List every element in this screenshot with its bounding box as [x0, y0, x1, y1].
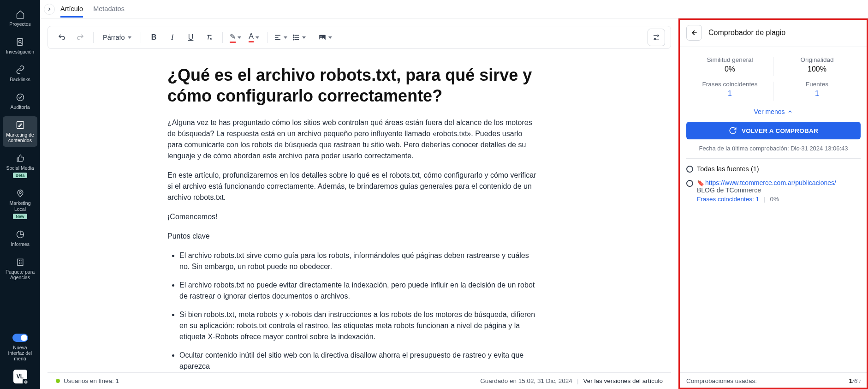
bookmark-icon: 🔖 — [697, 180, 704, 186]
chevron-down-icon — [256, 36, 259, 39]
svg-point-7 — [293, 35, 294, 36]
link-icon — [15, 65, 25, 75]
clear-format-button[interactable] — [201, 29, 218, 46]
undo-button[interactable] — [54, 29, 70, 46]
svg-rect-6 — [18, 259, 23, 265]
thumb-up-icon — [15, 153, 25, 163]
plagiarism-panel: Comprobador de plagio Similitud general … — [678, 18, 868, 389]
sidebar: Proyectos Investigación Backlinks Audito… — [0, 0, 40, 389]
svg-point-4 — [19, 192, 21, 194]
panel-back-button[interactable] — [686, 25, 702, 41]
sidebar-item-paquete-agencias[interactable]: Paquete para Agencias — [3, 253, 37, 284]
sidebar-item-label: Investigación — [6, 49, 34, 54]
chevron-down-icon — [302, 36, 306, 39]
pencil-square-icon — [15, 120, 25, 130]
panel-title: Comprobador de plagio — [708, 29, 785, 37]
svg-rect-3 — [17, 122, 24, 129]
tab-metadata[interactable]: Metadatos — [93, 0, 125, 18]
article-paragraph: En este artículo, profundizaremos en los… — [167, 170, 536, 203]
article-bullet: El archivo robots.txt no puede evitar di… — [179, 280, 536, 302]
source-name: BLOG de TCommerce — [697, 186, 861, 194]
article-bullet: Si bien robots.txt, meta robots y x-robo… — [179, 309, 536, 342]
topbar: Artículo Metadatos — [40, 0, 868, 18]
list-button[interactable] — [291, 29, 307, 46]
sidebar-item-social-media[interactable]: Social Media Beta — [3, 150, 37, 182]
redo-button[interactable] — [72, 29, 89, 46]
highlight-color-button[interactable]: ✎ — [227, 29, 244, 46]
underline-button[interactable]: U — [183, 29, 199, 46]
ver-menos-toggle[interactable]: Ver menos — [686, 103, 861, 122]
article-paragraph: ¡Comencemos! — [167, 211, 536, 222]
sidebar-item-label: Marketing Local — [5, 200, 36, 211]
stat-similarity: Similitud general 0% — [686, 54, 773, 79]
chevron-down-icon — [328, 36, 332, 39]
sidebar-item-auditoria[interactable]: Auditoría — [3, 89, 37, 114]
align-button[interactable] — [272, 29, 289, 46]
sidebar-item-label: Social Media — [6, 165, 34, 171]
beta-badge: Beta — [13, 173, 28, 178]
source-pct: 0% — [770, 196, 779, 203]
italic-button[interactable]: I — [164, 29, 181, 46]
search-doc-icon — [15, 37, 25, 47]
toggle-label: Nueva interfaz del menú — [5, 345, 36, 361]
sidebar-item-marketing-local[interactable]: Marketing Local New — [3, 185, 37, 222]
article-body[interactable]: ¿Qué es el archivo robots.txt, para qué … — [48, 49, 671, 372]
online-dot-icon — [56, 379, 60, 383]
sidebar-item-label: Informes — [11, 241, 30, 247]
view-versions-link[interactable]: Ver las versiones del artículo — [583, 377, 663, 384]
svg-point-11 — [320, 36, 321, 37]
sidebar-item-label: Marketing de contenidos — [5, 132, 36, 143]
sidebar-item-investigacion[interactable]: Investigación — [3, 33, 37, 58]
sidebar-item-backlinks[interactable]: Backlinks — [3, 61, 37, 86]
source-matches-link[interactable]: Frases coincidentes: 1 — [697, 196, 759, 203]
gear-icon: ⚙ — [23, 379, 29, 385]
editor-settings-button[interactable] — [648, 29, 665, 46]
source-item[interactable]: 🔖https://www.tcommerce.com.ar/publicacio… — [686, 179, 861, 203]
source-url[interactable]: https://www.tcommerce.com.ar/publicacion… — [705, 179, 836, 186]
editor-footer: Usuarios en línea: 1 Guardado en 15:02, … — [48, 372, 671, 389]
svg-rect-0 — [17, 39, 23, 46]
new-badge: New — [13, 214, 27, 219]
article-paragraph: Puntos clave — [167, 231, 536, 242]
text-color-button[interactable]: A — [246, 29, 262, 46]
svg-point-8 — [293, 37, 294, 38]
editor-toolbar: Párrafo B I U ✎ A — [48, 26, 671, 49]
sidebar-item-marketing-contenidos[interactable]: Marketing de contenidos — [3, 116, 37, 147]
radio-icon — [686, 166, 693, 173]
article-bullet: Ocultar contenido inútil del sitio web c… — [179, 350, 536, 372]
expand-sidebar-button[interactable] — [44, 4, 55, 15]
image-button[interactable] — [317, 29, 333, 46]
svg-point-2 — [17, 94, 24, 101]
checks-used-label: Comprobaciones usadas: — [686, 377, 757, 384]
sidebar-item-label: Auditoría — [10, 104, 30, 110]
chevron-down-icon — [238, 36, 241, 39]
sidebar-item-proyectos[interactable]: Proyectos — [3, 6, 37, 30]
tab-article[interactable]: Artículo — [60, 0, 83, 18]
pie-chart-icon — [15, 229, 25, 239]
users-online-label: Usuarios en línea: 1 — [64, 377, 119, 384]
recheck-button[interactable]: VOLVER A COMPROBAR — [686, 122, 861, 139]
svg-point-13 — [654, 38, 656, 40]
paragraph-style-select[interactable]: Párrafo — [98, 29, 136, 46]
new-menu-toggle[interactable] — [12, 334, 28, 342]
refresh-icon — [729, 126, 737, 135]
panel-footer: Comprobaciones usadas: 1/6 i — [679, 372, 868, 389]
home-icon — [15, 9, 25, 19]
stat-matches: Frases coincidentes 1 — [686, 79, 773, 103]
all-sources-option[interactable]: Todas las fuentes (1) — [686, 165, 861, 173]
sidebar-item-informes[interactable]: Informes — [3, 226, 37, 251]
sidebar-item-label: Paquete para Agencias — [5, 269, 36, 280]
user-avatar[interactable]: VL ⚙ — [13, 370, 27, 383]
svg-point-1 — [18, 41, 21, 43]
stat-sources: Fuentes 1 — [773, 79, 861, 103]
stat-originality: Originalidad 100% — [773, 54, 861, 79]
radio-icon — [686, 180, 693, 187]
svg-point-9 — [293, 39, 294, 40]
bold-button[interactable]: B — [146, 29, 162, 46]
article-title: ¿Qué es el archivo robots.txt, para qué … — [167, 65, 536, 106]
svg-point-12 — [657, 35, 659, 36]
new-menu-toggle-wrap: Nueva interfaz del menú — [3, 330, 37, 365]
location-pin-icon — [15, 188, 25, 198]
chevron-down-icon — [284, 36, 287, 39]
chevron-up-icon — [787, 109, 793, 114]
